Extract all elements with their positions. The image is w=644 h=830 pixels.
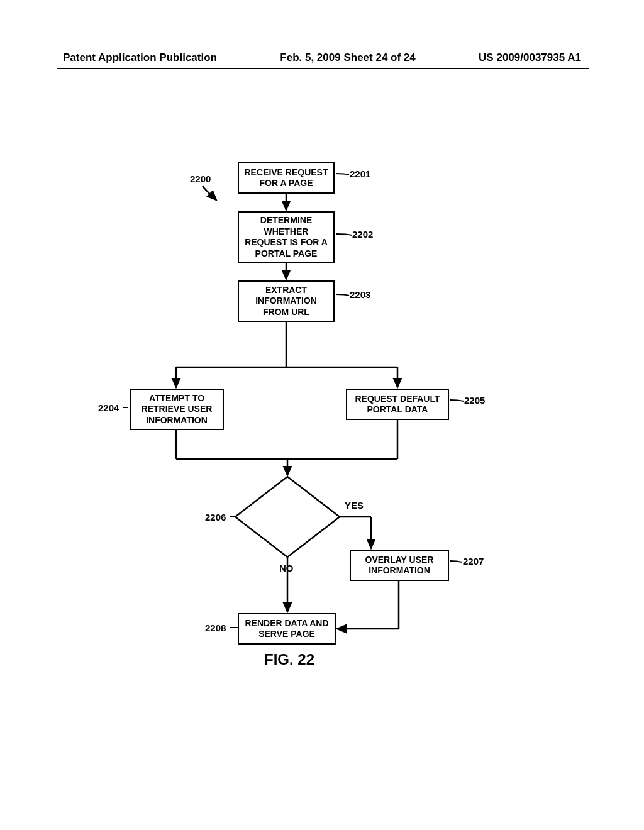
label-2207: 2207 (463, 556, 484, 567)
box-text: RENDER DATA AND SERVE PAGE (245, 618, 329, 640)
label-2202: 2202 (352, 229, 373, 240)
header-rule (57, 68, 589, 69)
label-2204: 2204 (98, 402, 119, 413)
box-text: EXTRACT INFORMATION FROM URL (255, 285, 317, 318)
box-receive-request: RECEIVE REQUEST FOR A PAGE (238, 162, 335, 194)
hdr-left: Patent Application Publication (63, 52, 217, 64)
box-attempt-retrieve: ATTEMPT TO RETRIEVE USER INFORMATION (130, 389, 224, 430)
hdr-right: US 2009/0037935 A1 (479, 52, 581, 64)
box-text: DETERMINE WHETHER REQUEST IS FOR A PORTA… (245, 215, 328, 259)
box-text: REQUEST DEFAULT PORTAL DATA (355, 394, 440, 416)
label-no: NO (279, 563, 294, 573)
box-text: OVERLAY USER INFORMATION (365, 555, 434, 577)
label-yes: YES (345, 500, 364, 511)
box-extract: EXTRACT INFORMATION FROM URL (238, 280, 335, 322)
box-overlay-user: OVERLAY USER INFORMATION (350, 550, 449, 581)
label-2200: 2200 (190, 174, 211, 184)
box-text: RECEIVE REQUEST FOR A PAGE (244, 167, 328, 189)
label-2203: 2203 (350, 289, 370, 300)
box-render-serve: RENDER DATA AND SERVE PAGE (238, 613, 336, 645)
figure-caption: FIG. 22 (264, 651, 314, 668)
box-request-default: REQUEST DEFAULT PORTAL DATA (346, 389, 449, 420)
label-2201: 2201 (350, 169, 370, 179)
label-2208: 2208 (205, 622, 226, 633)
box-text: ATTEMPT TO RETRIEVE USER INFORMATION (142, 393, 213, 426)
label-2205: 2205 (464, 395, 485, 406)
box-determine: DETERMINE WHETHER REQUEST IS FOR A PORTA… (238, 211, 335, 263)
page-header: Patent Application Publication Feb. 5, 2… (0, 52, 644, 64)
label-2206: 2206 (205, 512, 226, 523)
connectors (0, 0, 644, 830)
hdr-middle: Feb. 5, 2009 Sheet 24 of 24 (280, 52, 415, 64)
decision-user-recognized: USER RECOGNIZED/ PERSONALIZED PAGE? (239, 484, 336, 550)
box-text: USER RECOGNIZED/ PERSONALIZED PAGE? (254, 497, 321, 538)
